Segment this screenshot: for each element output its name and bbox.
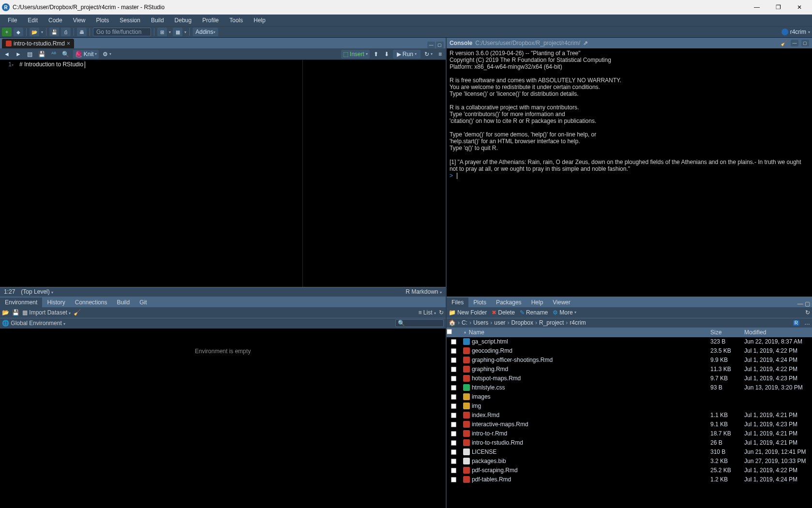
menu-profile[interactable]: Profile: [197, 16, 224, 25]
file-row[interactable]: htmlstyle.css93 BJun 13, 2019, 3:20 PM: [447, 383, 812, 392]
knit-button[interactable]: 🧶 Knit ▾: [73, 50, 99, 59]
min-files-icon[interactable]: —: [797, 300, 803, 307]
grid-button[interactable]: ⊞: [157, 28, 167, 36]
file-row[interactable]: index.Rmd1.1 KBJul 1, 2019, 4:21 PM: [447, 411, 812, 420]
envtab-connections[interactable]: Connections: [70, 298, 112, 307]
more-button[interactable]: ⚙ More ▾: [553, 309, 576, 316]
console-output[interactable]: R version 3.6.0 (2019-04-26) -- "Plantin…: [447, 48, 812, 297]
file-checkbox[interactable]: [451, 358, 456, 363]
file-row[interactable]: ga_script.html323 BJun 22, 2019, 8:37 AM: [447, 337, 812, 346]
refresh-files-button[interactable]: ↻: [805, 309, 810, 316]
select-all-checkbox[interactable]: [447, 329, 452, 334]
file-checkbox[interactable]: [451, 440, 456, 446]
outline-toggle-button[interactable]: ≡: [436, 50, 444, 59]
envtab-environment[interactable]: Environment: [0, 298, 42, 307]
save-workspace-button[interactable]: 💾: [12, 309, 19, 316]
breadcrumb-item[interactable]: r4crim: [570, 319, 586, 326]
envtab-git[interactable]: Git: [135, 298, 151, 307]
more-path-button[interactable]: …: [804, 319, 810, 326]
doc-type-selector[interactable]: R Markdown ▾: [406, 288, 442, 295]
file-checkbox[interactable]: [451, 348, 456, 354]
menu-file[interactable]: File: [3, 16, 22, 25]
list-view-button[interactable]: ≡ List ▾: [419, 309, 436, 316]
breadcrumb-item[interactable]: C:: [462, 319, 467, 326]
env-scope-selector[interactable]: 🌐 Global Environment ▾: [2, 320, 65, 327]
breadcrumb-item[interactable]: Dropbox: [511, 319, 533, 326]
file-row[interactable]: intro-to-rstudio.Rmd26 BJul 1, 2019, 4:2…: [447, 438, 812, 448]
forward-button[interactable]: ►: [14, 50, 23, 59]
menu-tools[interactable]: Tools: [225, 16, 248, 25]
maximize-button[interactable]: ❐: [767, 0, 789, 15]
new-project-button[interactable]: ◆: [14, 28, 23, 36]
menu-debug[interactable]: Debug: [170, 16, 196, 25]
spellcheck-button[interactable]: ᴬᴮ: [49, 50, 58, 59]
file-row[interactable]: pdf-scraping.Rmd25.2 KBJul 1, 2019, 4:22…: [447, 466, 812, 475]
menu-session[interactable]: Session: [115, 16, 145, 25]
file-checkbox[interactable]: [451, 394, 456, 400]
file-row[interactable]: interactive-maps.Rmd9.1 KBJul 1, 2019, 4…: [447, 420, 812, 429]
file-row[interactable]: graphing.Rmd11.3 KBJul 1, 2019, 4:22 PM: [447, 365, 812, 374]
file-checkbox[interactable]: [451, 376, 456, 381]
open-file-button[interactable]: 📂: [30, 28, 39, 36]
project-selector[interactable]: r4crim ▾: [782, 29, 810, 35]
min-console-icon[interactable]: —: [791, 40, 798, 46]
envtab-history[interactable]: History: [42, 298, 70, 307]
go-down-button[interactable]: ⬇: [382, 50, 391, 59]
tab-close-icon[interactable]: ×: [67, 40, 70, 47]
filestab-viewer[interactable]: Viewer: [548, 298, 575, 307]
max-console-icon[interactable]: ▢: [801, 40, 809, 46]
scope-selector[interactable]: (Top Level) ▾: [21, 288, 53, 295]
filestab-packages[interactable]: Packages: [491, 298, 526, 307]
file-row[interactable]: graphing-officer-shootings.Rmd9.9 KBJul …: [447, 356, 812, 365]
file-checkbox[interactable]: [451, 477, 456, 482]
go-up-button[interactable]: ⬆: [372, 50, 380, 59]
file-checkbox[interactable]: [451, 367, 456, 372]
menu-plots[interactable]: Plots: [91, 16, 114, 25]
close-button[interactable]: ✕: [789, 0, 810, 15]
env-search-input[interactable]: 🔍: [395, 319, 444, 327]
insert-button[interactable]: ⬚ Insert ▾: [341, 50, 370, 59]
file-checkbox[interactable]: [451, 468, 456, 473]
save-button[interactable]: 💾: [49, 28, 59, 36]
rerun-button[interactable]: ↻ ▾: [422, 50, 435, 59]
file-checkbox[interactable]: [451, 449, 456, 455]
refresh-env-button[interactable]: ↻: [439, 309, 444, 316]
clear-workspace-button[interactable]: 🧹: [74, 309, 81, 316]
run-button[interactable]: ▶ Run ▾: [393, 50, 421, 59]
file-row[interactable]: LICENSE310 BJun 21, 2019, 12:41 PM: [447, 448, 812, 457]
sort-arrow-icon[interactable]: ▲: [463, 330, 467, 334]
goto-file-input[interactable]: Go to file/function: [93, 28, 151, 36]
filestab-plots[interactable]: Plots: [468, 298, 491, 307]
breadcrumb-item[interactable]: user: [494, 319, 505, 326]
minimize-pane-icon[interactable]: —: [427, 42, 435, 48]
rename-button[interactable]: ✎ Rename: [520, 309, 548, 316]
new-folder-button[interactable]: 📁 New Folder: [449, 309, 487, 316]
source-tab[interactable]: intro-to-rstudio.Rmd ×: [2, 39, 74, 48]
save-all-button[interactable]: ⎙: [61, 28, 71, 36]
file-checkbox[interactable]: [451, 413, 456, 418]
panes-button[interactable]: ▦: [173, 28, 182, 36]
minimize-button[interactable]: —: [746, 0, 767, 15]
maximize-pane-icon[interactable]: ▢: [436, 42, 444, 48]
new-file-button[interactable]: ＋: [2, 28, 12, 36]
file-checkbox[interactable]: [451, 431, 456, 436]
print-button[interactable]: 🖶: [77, 28, 87, 36]
filestab-help[interactable]: Help: [526, 298, 548, 307]
file-checkbox[interactable]: [451, 403, 456, 409]
find-button[interactable]: 🔍: [60, 50, 71, 59]
envtab-build[interactable]: Build: [112, 298, 135, 307]
menu-edit[interactable]: Edit: [23, 16, 43, 25]
home-icon[interactable]: 🏠: [449, 319, 456, 326]
file-row[interactable]: geocoding.Rmd23.5 KBJul 1, 2019, 4:22 PM: [447, 346, 812, 356]
file-checkbox[interactable]: [451, 459, 456, 464]
file-row[interactable]: pdf-tables.Rmd1.2 KBJul 1, 2019, 4:24 PM: [447, 475, 812, 484]
back-button[interactable]: ◄: [2, 50, 12, 59]
r-proj-icon[interactable]: R: [793, 320, 799, 326]
import-dataset-button[interactable]: ▦ Import Dataset ▾: [22, 309, 71, 316]
file-checkbox[interactable]: [451, 422, 456, 427]
menu-help[interactable]: Help: [249, 16, 271, 25]
addins-button[interactable]: Addins ▾: [193, 28, 218, 36]
col-name[interactable]: Name: [469, 329, 484, 336]
source-editor[interactable]: 1▾ # Introduction to RStudio: [0, 60, 446, 287]
clear-console-button[interactable]: 🧹: [781, 40, 788, 46]
